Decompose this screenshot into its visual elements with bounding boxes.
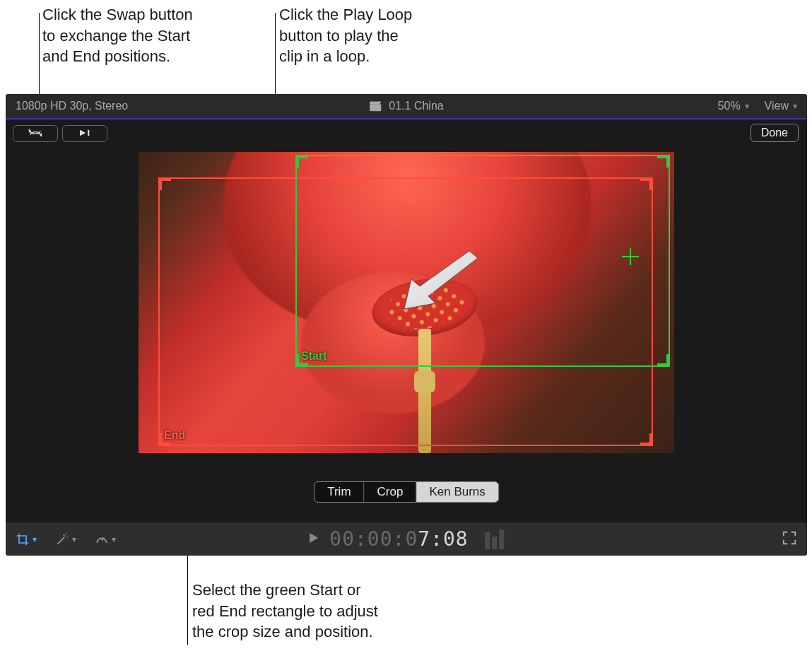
chevron-down-icon: ▾	[745, 101, 749, 111]
project-title: 01.1 China	[389, 100, 443, 112]
speedometer-icon	[95, 532, 109, 546]
done-label: Done	[761, 127, 788, 139]
video-frame[interactable]: End Start	[139, 152, 674, 453]
view-dropdown[interactable]: View ▾	[765, 100, 797, 112]
play-button[interactable]	[308, 532, 319, 546]
callout-select-rect: Select the green Start or red End rectan…	[192, 580, 433, 643]
fullscreen-button[interactable]	[782, 530, 797, 548]
svg-marker-0	[80, 129, 86, 135]
swap-icon	[23, 128, 47, 140]
direction-arrow-icon	[393, 251, 492, 315]
callout-playloop: Click the Play Loop button to play the c…	[279, 4, 477, 67]
play-icon	[308, 534, 319, 546]
callout-line	[275, 13, 276, 98]
chevron-down-icon: ▾	[793, 101, 797, 111]
end-label: End	[164, 429, 185, 442]
start-label: Start	[301, 350, 326, 363]
drag-handle[interactable]	[295, 155, 308, 168]
done-button[interactable]: Done	[751, 124, 799, 142]
drag-handle[interactable]	[158, 177, 171, 190]
svg-rect-1	[88, 129, 89, 135]
viewer-bottom-bar: ▾ ▾ ▾	[6, 522, 807, 556]
transform-crop-tool[interactable]: ▾	[16, 532, 37, 546]
timecode-display[interactable]: 00:00:07:08	[329, 527, 468, 551]
view-label: View	[765, 100, 789, 112]
drag-handle[interactable]	[640, 433, 653, 446]
audio-meter	[486, 529, 505, 549]
info-bar: 1080p HD 30p, Stereo 01.1 China 50% ▾ Vi…	[6, 94, 807, 119]
segment-kenburns[interactable]: Ken Burns	[416, 482, 498, 502]
segment-crop[interactable]: Crop	[365, 482, 417, 502]
zoom-dropdown[interactable]: 50% ▾	[718, 100, 749, 112]
clapperboard-icon	[369, 100, 382, 112]
viewer-window: 1080p HD 30p, Stereo 01.1 China 50% ▾ Vi…	[6, 94, 807, 556]
chevron-down-icon: ▾	[33, 534, 37, 544]
retime-tool[interactable]: ▾	[95, 532, 116, 546]
svg-marker-2	[310, 533, 318, 543]
zoom-value: 50%	[718, 100, 741, 112]
crosshair-icon	[622, 248, 639, 265]
enhance-tool[interactable]: ▾	[55, 532, 76, 546]
play-loop-button[interactable]	[62, 125, 107, 142]
segment-trim[interactable]: Trim	[314, 482, 364, 502]
magic-wand-icon	[55, 532, 69, 546]
callout-swap: Click the Swap button to exchange the St…	[42, 4, 254, 67]
crop-icon	[16, 532, 30, 546]
chevron-down-icon: ▾	[72, 534, 76, 544]
chevron-down-icon: ▾	[112, 534, 116, 544]
fullscreen-icon	[782, 536, 797, 548]
timecode-value: 7:08	[418, 527, 468, 551]
media-format-label: 1080p HD 30p, Stereo	[16, 100, 128, 112]
drag-handle[interactable]	[657, 354, 670, 367]
play-loop-icon	[73, 128, 97, 140]
viewer-canvas: End Start Tr	[6, 148, 807, 518]
onscreen-toolbar: Done	[6, 119, 807, 148]
crop-mode-segmented: Trim Crop Ken Burns	[314, 481, 499, 503]
timecode-prefix: 00:00:0	[329, 527, 418, 551]
drag-handle[interactable]	[657, 155, 670, 168]
swap-button[interactable]	[13, 125, 58, 142]
